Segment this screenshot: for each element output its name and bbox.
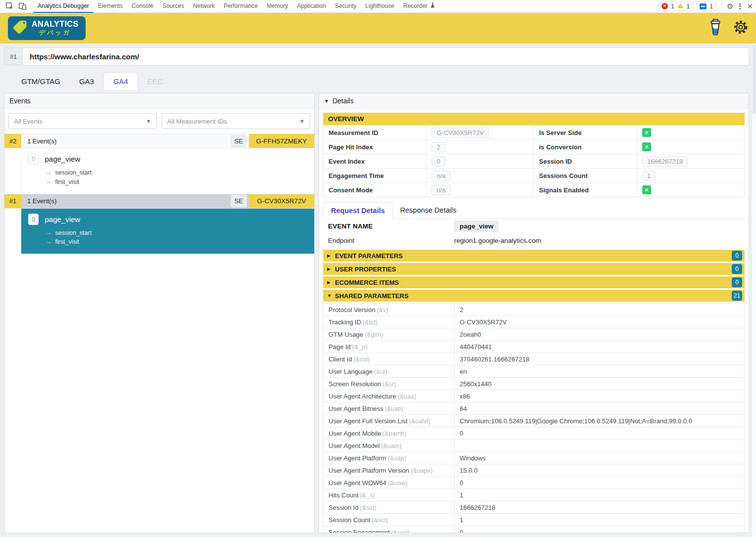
endpoint-row: Endpoint region1.google-analytics.com (323, 233, 745, 248)
section-event-parameters[interactable]: ▶ EVENT PARAMETERS 0 (323, 250, 745, 262)
endpoint-label: Endpoint (323, 237, 454, 244)
details-panel-header[interactable]: ▼ Details (319, 93, 749, 109)
table-row: Page Hit Index 2 is Conversion ✕ (324, 140, 745, 154)
table-row: Measurement ID G-CV30X5R72V Is Server Si… (324, 126, 745, 140)
checked-icon: ✕ (642, 128, 651, 137)
measurement-ids-filter-select[interactable]: All Measurement IDs ▼ (162, 113, 310, 129)
tab-security[interactable]: Security (331, 0, 361, 13)
devtools-settings-gear-icon[interactable]: ⚙ (727, 2, 733, 11)
issues-icon (700, 3, 707, 9)
tab-memory[interactable]: Memory (262, 0, 292, 13)
event-name-row: EVENT NAME page_view (323, 219, 745, 233)
count-badge: 0 (732, 277, 742, 287)
warning-count: 1 (687, 3, 690, 10)
group-index-badge: #1 (4, 194, 21, 208)
tab-sources[interactable]: Sources (158, 0, 189, 13)
device-toolbar-icon[interactable] (16, 0, 29, 12)
tab-console[interactable]: Console (127, 0, 158, 13)
issues-count: 1 (709, 3, 713, 10)
engagement-time-value: n/a (431, 171, 450, 181)
table-row: User Agent Architecture(&uaa)x86 (324, 390, 745, 403)
kebab-menu-icon[interactable]: ⋮ (736, 2, 744, 11)
analytics-debugger-logo: ANALYTICS デバッガ (8, 16, 86, 40)
scrollbar-thumb[interactable] (753, 45, 756, 114)
count-badge: 0 (732, 251, 742, 261)
chevron-down-icon: ▼ (299, 118, 305, 124)
tab-ga3[interactable]: GA3 (70, 73, 103, 90)
tab-lighthouse[interactable]: Lighthouse (361, 0, 399, 13)
sub-event[interactable]: session_start (46, 228, 308, 238)
table-row: User Agent WOW64(&uaw)0 (324, 477, 745, 489)
event-name-label: EVENT NAME (323, 223, 454, 230)
warning-icon (677, 3, 684, 10)
caret-right-icon: ▶ (327, 253, 335, 258)
sub-event[interactable]: first_visit (46, 178, 314, 187)
overview-table: Measurement ID G-CV30X5R72V Is Server Si… (323, 125, 745, 197)
tab-response-details[interactable]: Response Details (393, 202, 464, 219)
table-row: User Agent Platform Version(&uapv)15.0.0 (324, 464, 745, 477)
errors-warnings-badge[interactable]: ✕ 1 1 (658, 1, 693, 11)
all-events-filter-select[interactable]: All Events ▼ (8, 113, 157, 129)
close-devtools-icon[interactable]: ✕ (747, 2, 753, 11)
analytics-tabs: GTM/GTAG GA3 GA4 EEC (4, 65, 749, 90)
tab-elements[interactable]: Elements (94, 0, 127, 13)
devtools-bar: Analytics Debugger Elements Console Sour… (0, 0, 756, 13)
measurement-id-badge: G-CV30X5R72V (249, 194, 314, 208)
page-hit-row[interactable]: #1 https://www.charlesfarina.com/ (4, 47, 749, 65)
event-index-value: 0 (431, 156, 445, 167)
page-url: https://www.charlesfarina.com/ (23, 52, 139, 61)
caret-right-icon: ▶ (327, 280, 335, 285)
tab-gtm-gtag[interactable]: GTM/GTAG (12, 73, 70, 90)
table-row: Session Engagement(&seg)0 (324, 526, 745, 534)
tab-application[interactable]: Application (292, 0, 331, 13)
divider (721, 2, 722, 10)
devtools-right-controls: ✕ 1 1 1 ⚙ ⋮ ✕ (658, 1, 753, 11)
error-count: 1 (671, 3, 674, 10)
overview-section-title: OVERVIEW (323, 113, 745, 125)
caret-down-icon: ▼ (327, 293, 335, 298)
table-row: User Language(&ul)en (324, 365, 745, 378)
se-badge: SE (231, 195, 247, 207)
hit-number: #1 (4, 48, 23, 65)
se-badge: SE (231, 135, 247, 147)
events-panel: Events All Events ▼ All Measurement IDs … (4, 93, 315, 533)
section-user-properties[interactable]: ▶ USER PROPERTIES 0 (323, 263, 745, 275)
group-event-count: 1 Event(s) (21, 134, 231, 148)
settings-gear-icon[interactable] (733, 20, 748, 37)
endpoint-value: region1.google-analytics.com (454, 237, 541, 244)
event-group-header[interactable]: #1 1 Event(s) SE G-CV30X5R72V (4, 194, 314, 209)
sub-event[interactable]: first_visit (46, 237, 308, 247)
events-panel-header: Events (4, 93, 314, 109)
event-group-header[interactable]: #2 1 Event(s) SE G-FFH57ZMEKY (4, 134, 314, 148)
workspace: #1 https://www.charlesfarina.com/ GTM/GT… (0, 44, 756, 537)
tab-ga4[interactable]: GA4 (103, 72, 138, 90)
coffee-cup-icon[interactable] (709, 18, 722, 38)
inspect-element-icon[interactable] (3, 0, 16, 12)
table-row: Page Id(&_p)440470441 (324, 341, 745, 353)
tab-request-details[interactable]: Request Details (323, 202, 393, 219)
table-row: Event Index 0 Session ID 1666267218 (324, 154, 745, 169)
section-ecommerce-items[interactable]: ▶ ECOMMERCE ITEMS 0 (323, 276, 745, 288)
scrollbar[interactable] (751, 44, 756, 537)
event-list-item[interactable]: 0 page_view session_start first_visit (21, 148, 314, 194)
tab-performance[interactable]: Performance (219, 0, 262, 13)
checked-icon: ✕ (642, 142, 651, 151)
issues-badge[interactable]: 1 (696, 1, 716, 11)
sub-event[interactable]: session_start (46, 168, 314, 178)
experiment-flask-icon (430, 2, 435, 10)
sub-events: session_start first_visit (46, 228, 308, 247)
tab-analytics-debugger[interactable]: Analytics Debugger (33, 0, 94, 13)
table-row: Tracking ID(&tid)G-CV30X5R72V (324, 316, 745, 328)
table-row: Session Count(&sct)1 (324, 514, 745, 526)
table-row: GTM Usage(&gtm)2oeah0 (324, 328, 745, 341)
details-tabs: Request Details Response Details (323, 202, 749, 219)
count-badge: 0 (732, 264, 742, 274)
measurement-id-value: G-CV30X5R72V (431, 128, 488, 138)
tab-network[interactable]: Network (189, 0, 219, 13)
logo-title: ANALYTICS (32, 20, 79, 29)
tab-recorder[interactable]: Recorder (399, 0, 440, 13)
event-index-badge: 0 (28, 153, 39, 165)
error-icon: ✕ (662, 3, 668, 9)
event-list-item-selected[interactable]: 0 page_view session_start first_visit (21, 209, 314, 254)
section-shared-parameters[interactable]: ▼ SHARED PARAMETERS 21 (323, 290, 745, 302)
